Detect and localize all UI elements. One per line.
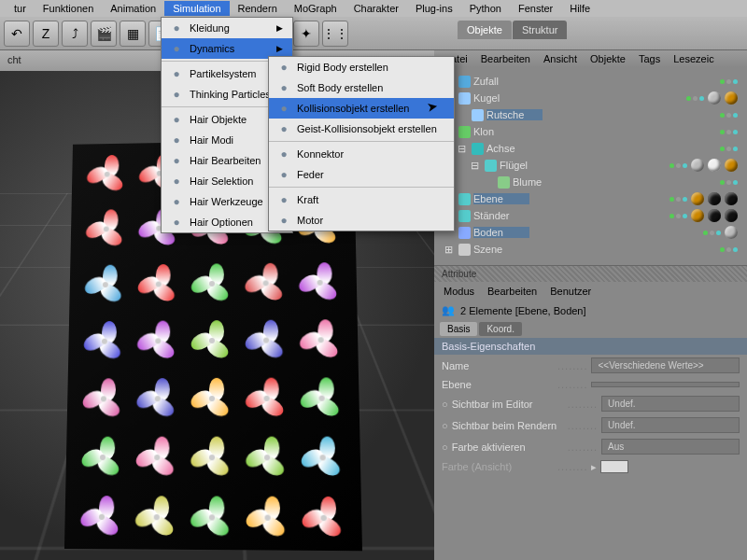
menu-funktionen[interactable]: Funktionen: [35, 1, 102, 16]
menu-item[interactable]: ●Kleidung▶: [162, 18, 292, 38]
menu-mograph[interactable]: MoGraph: [286, 1, 345, 16]
toolbar-button[interactable]: ⋮⋮: [322, 21, 348, 47]
menu-item[interactable]: ●Konnektor: [269, 144, 454, 164]
attr-tab[interactable]: Basis: [440, 322, 477, 336]
visibility-dots[interactable]: [720, 113, 743, 118]
toolbar-button[interactable]: 🎬: [91, 21, 117, 47]
property-value[interactable]: <<Verschiedene Werte>>: [591, 357, 740, 373]
dynamics-submenu[interactable]: ●Rigid Body erstellen●Soft Body erstelle…: [268, 56, 455, 231]
property-value[interactable]: Undef.: [601, 396, 740, 412]
object-name[interactable]: Achse: [486, 143, 543, 154]
attribute-bar[interactable]: ModusBearbeitenBenutzer: [434, 282, 747, 301]
visibility-dots[interactable]: [686, 91, 743, 105]
toolbar-button[interactable]: Z: [33, 21, 59, 47]
toolbar-button[interactable]: ↶: [4, 21, 30, 47]
menu-charakter[interactable]: Charakter: [345, 1, 407, 16]
visibility-dots[interactable]: [720, 130, 743, 134]
object-name[interactable]: Klon: [473, 126, 529, 137]
tag-icon[interactable]: [708, 159, 721, 172]
tree-row[interactable]: ⊞Szene: [442, 241, 743, 258]
color-swatch[interactable]: [600, 460, 628, 473]
tag-icon[interactable]: [725, 91, 738, 105]
om-menu[interactable]: Ansicht: [543, 53, 577, 64]
object-name[interactable]: Rutsche: [486, 109, 543, 120]
object-icon: [458, 92, 471, 105]
tree-row[interactable]: Ebene: [442, 190, 743, 207]
object-name[interactable]: Zufall: [473, 76, 529, 87]
menu-item[interactable]: ●Rigid Body erstellen: [269, 57, 454, 77]
om-menu[interactable]: Objekte: [590, 53, 626, 64]
menu-animation[interactable]: Animation: [102, 1, 164, 16]
tree-row[interactable]: ⊟Kugel: [442, 90, 743, 106]
menu-rendern[interactable]: Rendern: [230, 1, 286, 16]
property-row: Name........<<Verschiedene Werte>>: [434, 355, 747, 376]
object-icon: [485, 160, 497, 172]
object-name[interactable]: Szene: [473, 244, 529, 255]
tag-icon[interactable]: [725, 159, 738, 172]
toolbar-button[interactable]: ▦: [120, 21, 146, 47]
tab-objekte[interactable]: Objekte: [458, 21, 512, 39]
menu-fenster[interactable]: Fenster: [510, 1, 561, 16]
visibility-dots[interactable]: [720, 180, 743, 185]
tag-icon[interactable]: [708, 209, 721, 222]
property-value[interactable]: Aus: [601, 439, 740, 455]
visibility-dots[interactable]: [720, 147, 743, 151]
menu-item[interactable]: ●Feder: [269, 164, 454, 185]
om-menu[interactable]: Lesezeic: [673, 53, 713, 64]
attribute-tabs[interactable]: BasisKoord.: [434, 320, 747, 338]
tag-icon[interactable]: [691, 159, 704, 172]
menu-item[interactable]: ●Geist-Kollisionsobjekt erstellen: [269, 119, 454, 139]
visibility-dots[interactable]: [669, 192, 743, 205]
tree-row[interactable]: Boden: [442, 224, 743, 241]
tree-row[interactable]: ⊟Flügel: [442, 157, 743, 174]
menu-python[interactable]: Python: [461, 1, 510, 16]
expand-icon[interactable]: ⊟: [458, 143, 469, 155]
attr-menu[interactable]: Modus: [444, 286, 474, 297]
visibility-dots[interactable]: [669, 159, 743, 172]
object-name[interactable]: Ständer: [473, 210, 529, 221]
menu-hilfe[interactable]: Hilfe: [561, 1, 599, 16]
visibility-dots[interactable]: [720, 79, 743, 84]
attr-tab[interactable]: Koord.: [479, 322, 521, 336]
toolbar-button[interactable]: ⤴: [62, 21, 88, 47]
toolbar-button[interactable]: ✦: [293, 21, 319, 47]
expand-icon[interactable]: ⊟: [471, 160, 482, 172]
object-name[interactable]: Kugel: [473, 92, 529, 104]
tag-icon[interactable]: [691, 192, 704, 205]
object-name[interactable]: Ebene: [473, 193, 529, 204]
tree-row[interactable]: ⊟Klon: [442, 123, 743, 140]
menu-item[interactable]: ●Motor: [269, 210, 454, 231]
menu-item[interactable]: ●Kraft: [269, 189, 454, 210]
attr-menu[interactable]: Benutzer: [550, 286, 591, 297]
tag-icon[interactable]: [708, 192, 721, 205]
expand-icon[interactable]: ⊞: [444, 244, 456, 256]
om-menu[interactable]: Bearbeiten: [481, 53, 530, 64]
attr-menu[interactable]: Bearbeiten: [487, 286, 537, 297]
tree-row[interactable]: Zufall: [442, 73, 743, 90]
menu-plug-ins[interactable]: Plug-ins: [407, 1, 461, 16]
tree-row[interactable]: Blume: [442, 174, 743, 190]
visibility-dots[interactable]: [720, 247, 743, 252]
tag-icon[interactable]: [725, 226, 738, 239]
object-tree[interactable]: Zufall⊟KugelRutsche⊟Klon⊟Achse⊟FlügelBlu…: [434, 67, 747, 261]
pinwheel: [247, 321, 287, 360]
om-menu[interactable]: Tags: [639, 53, 660, 64]
tag-icon[interactable]: [691, 209, 704, 222]
visibility-dots[interactable]: [669, 209, 743, 222]
tag-icon[interactable]: [708, 91, 721, 105]
property-value[interactable]: [591, 382, 740, 387]
object-name[interactable]: Flügel: [500, 160, 556, 171]
object-name[interactable]: Blume: [513, 176, 569, 188]
tree-row[interactable]: ⊟Achse: [442, 140, 743, 157]
object-name[interactable]: Boden: [473, 227, 529, 238]
tree-row[interactable]: Ständer: [442, 207, 743, 224]
menu-simulation[interactable]: Simulation: [164, 1, 229, 16]
menu-tur[interactable]: tur: [6, 1, 35, 16]
property-value[interactable]: Undef.: [601, 417, 740, 433]
tag-icon[interactable]: [725, 192, 738, 205]
tab-struktur[interactable]: Struktur: [513, 21, 568, 39]
tag-icon[interactable]: [725, 209, 738, 222]
visibility-dots[interactable]: [703, 226, 743, 239]
tree-row[interactable]: Rutsche: [442, 106, 743, 123]
menu-item[interactable]: ●Soft Body erstellen: [269, 77, 454, 98]
